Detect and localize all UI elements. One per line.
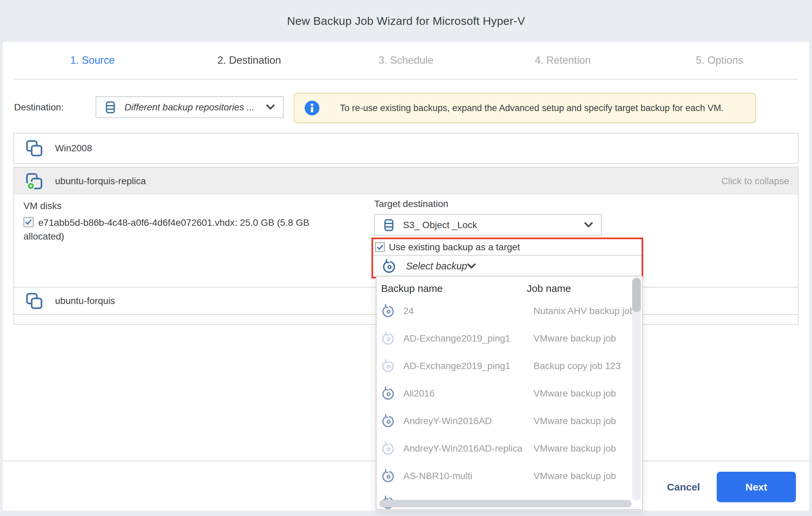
restore-icon [381, 386, 396, 401]
select-backup-dropdown[interactable]: Select backup [373, 255, 642, 277]
restore-icon [381, 331, 396, 346]
cancel-button[interactable]: Cancel [662, 472, 705, 502]
vertical-scrollbar[interactable] [632, 278, 641, 500]
backup-name: AndreyY-Win2016AD [403, 416, 533, 426]
restore-icon [381, 469, 396, 484]
restore-icon [381, 441, 396, 456]
destination-dropdown[interactable]: Different backup repositories ... [96, 96, 284, 118]
destination-value: Different backup repositories ... [124, 102, 266, 113]
tab-retention[interactable]: 4. Retention [485, 42, 641, 79]
repository-icon [104, 101, 117, 114]
tab-options[interactable]: 5. Options [641, 42, 798, 79]
backup-picker-row[interactable]: Ali2016 VMware backup job [376, 380, 642, 407]
backup-name: AD-Exchange2019_ping1 [403, 333, 533, 344]
vm-name: ubuntu-forquis-replica [55, 176, 146, 187]
info-icon [304, 100, 320, 116]
vertical-scrollbar-thumb[interactable] [632, 278, 641, 312]
info-banner: To re-use existing backups, expand the A… [294, 93, 756, 123]
backup-picker-row[interactable]: AndreyY-Win2016AD-replica VMware backup … [376, 435, 642, 462]
disk-checkbox[interactable] [24, 217, 34, 227]
backup-name: 24 [403, 306, 533, 316]
chevron-down-icon [266, 104, 275, 110]
select-backup-placeholder: Select backup [406, 261, 467, 272]
destination-label: Destination: [14, 96, 64, 118]
target-destination-value: S3_ Object _Lock [403, 220, 584, 230]
horizontal-scrollbar-thumb[interactable] [379, 500, 632, 507]
restore-icon [381, 304, 396, 318]
column-backup-name: Backup name [381, 283, 527, 294]
wizard-card: 1. Source 2. Destination 3. Schedule 4. … [3, 42, 809, 511]
wizard-window: New Backup Job Wizard for Microsoft Hype… [0, 0, 812, 516]
tab-destination[interactable]: 2. Destination [171, 42, 327, 79]
tab-schedule[interactable]: 3. Schedule [327, 42, 484, 79]
vm-row-replica[interactable]: ubuntu-forquis-replica Click to collapse [14, 167, 798, 195]
collapse-hint: Click to collapse [721, 176, 789, 187]
restore-icon [381, 414, 396, 428]
backup-job-name: VMware backup job [533, 416, 616, 426]
backup-picker-row[interactable]: AS-NBR10-multi VMware backup job [376, 462, 642, 490]
backup-picker-header: Backup name Job name [376, 280, 642, 297]
vm-icon [26, 292, 43, 310]
page-title: New Backup Job Wizard for Microsoft Hype… [287, 15, 525, 28]
tab-source[interactable]: 1. Source [14, 42, 171, 79]
check-icon [376, 243, 384, 251]
vm-disks-label: VM disks [24, 201, 62, 211]
chevron-down-icon [584, 222, 593, 228]
check-icon [25, 218, 33, 226]
target-destination-label: Target destination [374, 199, 448, 209]
backup-picker-row[interactable]: AD-Exchange2019_ping1 VMware backup job [376, 325, 642, 352]
backup-job-name: VMware backup job [533, 388, 616, 399]
column-job-name: Job name [527, 283, 571, 294]
backup-name: AD-Exchange2019_ping1 [403, 361, 533, 371]
backup-job-name: VMware backup job [533, 443, 616, 454]
vm-replica-icon [26, 172, 43, 190]
use-existing-backup-highlight: Use existing backup as a target Select b… [372, 237, 643, 279]
vm-row-win2008[interactable]: Win2008 [13, 133, 799, 164]
titlebar: New Backup Job Wizard for Microsoft Hype… [0, 0, 812, 42]
vm-icon [26, 140, 43, 157]
vm-disk-item: e71abb5d-b86b-4c48-a0f6-4d6f4e072601.vhd… [24, 216, 319, 243]
repository-icon [382, 219, 396, 232]
backup-restore-icon [382, 259, 397, 274]
backup-picker-row[interactable]: AD-Exchange2019_ping1 Backup copy job 12… [376, 352, 642, 380]
backup-job-name: Backup copy job 123 [533, 361, 621, 371]
backup-job-name: VMware backup job [533, 471, 616, 482]
disk-label: e71abb5d-b86b-4c48-a0f6-4d6f4e072601.vhd… [24, 218, 309, 241]
backup-picker-row[interactable]: 24 Nutanix AHV backup job [376, 297, 642, 325]
backup-job-name: VMware backup job [533, 333, 616, 344]
backup-picker-panel: Backup name Job name 24 Nutanix AHV back… [376, 276, 643, 510]
next-button[interactable]: Next [717, 472, 796, 502]
info-text: To re-use existing backups, expand the A… [340, 103, 724, 113]
vm-name: ubuntu-forquis [55, 295, 115, 306]
restore-icon [381, 359, 396, 373]
chevron-down-icon [467, 263, 476, 269]
target-destination-dropdown[interactable]: S3_ Object _Lock [374, 214, 602, 236]
backup-job-name: Nutanix AHV backup job [533, 306, 635, 316]
backup-picker-row[interactable]: AndreyY-Win2016AD VMware backup job [376, 407, 642, 435]
use-existing-backup-row: Use existing backup as a target [373, 239, 642, 255]
wizard-steps: 1. Source 2. Destination 3. Schedule 4. … [14, 42, 798, 80]
backup-name: AndreyY-Win2016AD-replica [403, 443, 533, 454]
backup-name: Ali2016 [403, 388, 533, 399]
use-existing-backup-label: Use existing backup as a target [389, 242, 520, 253]
backup-picker-list: 24 Nutanix AHV backup job AD-Exchange201… [376, 297, 642, 490]
use-existing-backup-checkbox[interactable] [375, 242, 385, 252]
backup-name: AS-NBR10-multi [403, 471, 533, 482]
vm-name: Win2008 [55, 143, 92, 154]
